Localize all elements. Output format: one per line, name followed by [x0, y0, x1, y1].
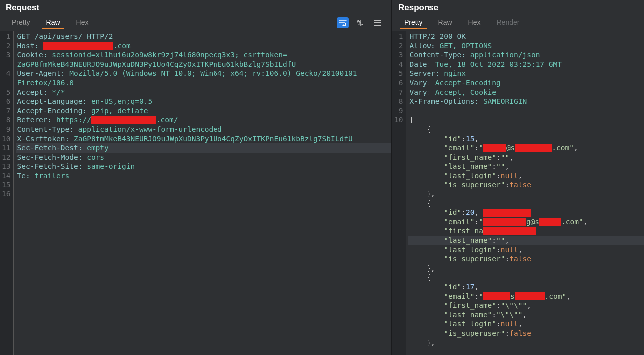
- response-line[interactable]: "is_superuser":false: [408, 254, 644, 264]
- response-editor[interactable]: 12345678910 HTTP/2 200 OKAllow: GET, OPT…: [392, 31, 644, 355]
- response-line[interactable]: "first_name":"",: [408, 153, 644, 162]
- response-line[interactable]: "last_name":"",: [408, 236, 644, 245]
- response-line[interactable]: "first_name":"\"\"",: [408, 301, 644, 310]
- response-line[interactable]: {: [408, 199, 644, 208]
- response-code[interactable]: HTTP/2 200 OKAllow: GET, OPTIONSContent-…: [406, 31, 644, 355]
- request-line[interactable]: Referer: https://.com/: [16, 115, 391, 125]
- redaction-block: [483, 209, 531, 217]
- request-line[interactable]: Accept-Language: en-US,en;q=0.5: [16, 97, 391, 106]
- response-line[interactable]: Vary: Accept, Cookie: [408, 88, 644, 97]
- response-line[interactable]: "last_login":null,: [408, 319, 644, 329]
- redaction-block: [515, 144, 552, 152]
- redaction-block: [483, 292, 510, 300]
- response-line[interactable]: HTTP/2 200 OK: [408, 32, 644, 41]
- request-toolbar: \n: [337, 17, 387, 28]
- response-line[interactable]: "last_name":"",: [408, 162, 644, 171]
- response-panel: Response Pretty Raw Hex Render 123456789…: [392, 0, 644, 355]
- hamburger-icon[interactable]: [373, 18, 383, 28]
- request-line[interactable]: Content-Type: application/x-www-form-url…: [16, 125, 391, 134]
- response-line[interactable]: Content-Type: application/json: [408, 50, 644, 60]
- response-gutter: 12345678910: [392, 31, 406, 355]
- response-line[interactable]: Vary: Accept-Encoding: [408, 78, 644, 88]
- response-line[interactable]: "email":"g@s.com",: [408, 217, 644, 227]
- tab-pretty[interactable]: Pretty: [396, 16, 430, 29]
- response-line[interactable]: "last_name":"\"\"",: [408, 310, 644, 320]
- response-line[interactable]: Date: Tue, 18 Oct 2022 03:25:17 GMT: [408, 60, 644, 69]
- request-line[interactable]: Firefox/106.0: [16, 78, 391, 88]
- response-line[interactable]: "first_na: [408, 226, 644, 236]
- response-line[interactable]: "id":15,: [408, 134, 644, 144]
- tab-render[interactable]: Render: [489, 16, 528, 29]
- request-line[interactable]: Te: trailers: [16, 171, 391, 180]
- request-tabbar: Pretty Raw Hex \n: [0, 15, 391, 31]
- response-line[interactable]: Allow: GET, OPTIONS: [408, 41, 644, 51]
- split-container: Request Pretty Raw Hex \n 12345678910111…: [0, 0, 644, 355]
- response-line[interactable]: "is_superuser":false: [408, 329, 644, 338]
- redaction-block: [483, 144, 506, 152]
- redaction-block: [515, 292, 545, 300]
- request-line[interactable]: ZaGP8fmMkeB43NEURJO9uJWpXuDN3Py1Uo4CqZyO…: [16, 60, 391, 69]
- response-line[interactable]: "id":20,: [408, 208, 644, 217]
- request-panel: Request Pretty Raw Hex \n 12345678910111…: [0, 0, 392, 355]
- response-line[interactable]: Server: nginx: [408, 69, 644, 78]
- tab-pretty[interactable]: Pretty: [4, 16, 38, 29]
- request-line[interactable]: X-Csrftoken: ZaGP8fmMkeB43NEURJO9uJWpXuD…: [16, 134, 391, 144]
- response-line[interactable]: [: [408, 115, 644, 125]
- redaction-block: [539, 218, 561, 226]
- response-line[interactable]: "last_login":null,: [408, 245, 644, 255]
- request-line[interactable]: User-Agent: Mozilla/5.0 (Windows NT 10.0…: [16, 69, 391, 78]
- request-line[interactable]: [16, 180, 391, 190]
- request-line[interactable]: [16, 189, 391, 199]
- response-tabbar: Pretty Raw Hex Render: [392, 15, 644, 31]
- request-line[interactable]: Cookie: sessionid=xl1hui6u2o9w8kr9zj74l6…: [16, 50, 391, 60]
- response-line[interactable]: {: [408, 125, 644, 134]
- tab-hex[interactable]: Hex: [68, 16, 97, 29]
- request-line[interactable]: Sec-Fetch-Dest: empty: [16, 143, 391, 153]
- redaction-block: [483, 218, 526, 226]
- redaction-block: [483, 227, 536, 235]
- response-title: Response: [392, 0, 644, 15]
- wrap-icon[interactable]: [337, 17, 349, 28]
- response-line[interactable]: [408, 106, 644, 116]
- request-line[interactable]: Sec-Fetch-Mode: cors: [16, 153, 391, 162]
- request-line[interactable]: Sec-Fetch-Site: same-origin: [16, 162, 391, 171]
- request-code[interactable]: GET /api/users/ HTTP/2Host: .comCookie: …: [14, 31, 391, 355]
- response-line[interactable]: "id":17,: [408, 282, 644, 292]
- response-line[interactable]: },: [408, 264, 644, 273]
- response-line[interactable]: "email":"@s.com",: [408, 143, 644, 153]
- svg-text:\n: \n: [357, 21, 361, 26]
- response-line[interactable]: "email":"s.com",: [408, 292, 644, 301]
- request-editor[interactable]: 12345678910111213141516 GET /api/users/ …: [0, 31, 391, 355]
- request-gutter: 12345678910111213141516: [0, 31, 14, 355]
- response-line[interactable]: "is_superuser":false: [408, 180, 644, 190]
- response-line[interactable]: },: [408, 189, 644, 199]
- response-line[interactable]: },: [408, 338, 644, 348]
- response-line[interactable]: X-Frame-Options: SAMEORIGIN: [408, 97, 644, 106]
- response-line[interactable]: {: [408, 273, 644, 282]
- request-line[interactable]: GET /api/users/ HTTP/2: [16, 32, 391, 41]
- tab-hex[interactable]: Hex: [460, 16, 489, 29]
- request-title: Request: [0, 0, 391, 15]
- newline-icon[interactable]: \n: [356, 18, 366, 28]
- request-line[interactable]: Host: .com: [16, 41, 391, 51]
- redaction-block: [43, 42, 113, 50]
- request-line[interactable]: Accept: */*: [16, 88, 391, 97]
- tab-raw[interactable]: Raw: [38, 16, 68, 29]
- request-line[interactable]: Accept-Encoding: gzip, deflate: [16, 106, 391, 116]
- tab-raw[interactable]: Raw: [430, 16, 460, 29]
- redaction-block: [91, 116, 156, 124]
- response-line[interactable]: "last_login":null,: [408, 171, 644, 180]
